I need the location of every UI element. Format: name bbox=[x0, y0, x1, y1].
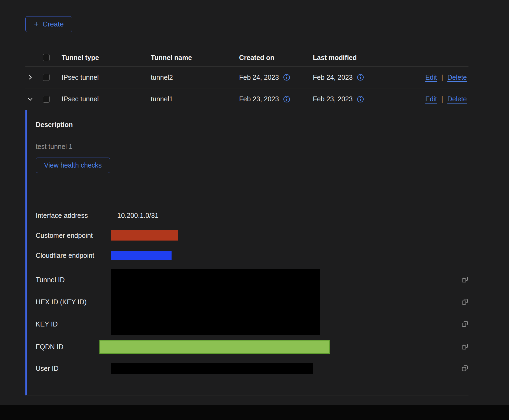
cell-created-on: Feb 24, 2023 bbox=[239, 74, 313, 81]
copy-icon bbox=[461, 276, 468, 283]
chevron-right-icon bbox=[27, 74, 34, 81]
customer-endpoint-label: Customer endpoint bbox=[36, 232, 111, 239]
user-id-label: User ID bbox=[36, 365, 111, 372]
field-group-ids: Tunnel ID HEX ID (KEY ID) KEY ID bbox=[36, 269, 468, 335]
hex-id-label: HEX ID (KEY ID) bbox=[36, 298, 111, 306]
section-divider bbox=[36, 191, 461, 191]
bottom-bar bbox=[0, 405, 509, 420]
field-row-user-id: User ID bbox=[36, 358, 468, 378]
cloudflare-endpoint-redacted-value bbox=[111, 251, 172, 260]
info-icon[interactable] bbox=[283, 96, 290, 103]
cell-tunnel-name: tunnel2 bbox=[151, 74, 239, 81]
table-row: IPsec tunnel tunnel2 Feb 24, 2023 Feb 24… bbox=[25, 67, 468, 88]
copy-key-id-button[interactable] bbox=[452, 321, 468, 328]
row-actions: Edit | Delete bbox=[402, 95, 468, 103]
interface-address-label: Interface address bbox=[36, 212, 111, 219]
row-checkbox[interactable] bbox=[43, 74, 50, 81]
copy-user-id-button[interactable] bbox=[452, 365, 468, 372]
copy-icon bbox=[461, 321, 468, 328]
copy-hex-id-button[interactable] bbox=[452, 298, 468, 305]
delete-link[interactable]: Delete bbox=[447, 95, 467, 103]
chevron-down-icon bbox=[27, 96, 34, 102]
created-on-value: Feb 24, 2023 bbox=[239, 74, 279, 81]
last-modified-value: Feb 23, 2023 bbox=[313, 95, 353, 103]
user-id-redacted-value bbox=[111, 363, 313, 374]
copy-fqdn-id-button[interactable] bbox=[452, 343, 468, 350]
row-checkbox[interactable] bbox=[43, 96, 50, 103]
created-on-value: Feb 23, 2023 bbox=[239, 95, 279, 103]
interface-address-value: 10.200.1.0/31 bbox=[111, 212, 452, 219]
expand-row-button[interactable] bbox=[25, 74, 39, 81]
table-row: IPsec tunnel tunnel1 Feb 23, 2023 Feb 23… bbox=[25, 88, 468, 110]
collapse-row-button[interactable] bbox=[25, 96, 39, 102]
row-actions: Edit | Delete bbox=[402, 74, 468, 81]
edit-link[interactable]: Edit bbox=[425, 74, 437, 81]
edit-link[interactable]: Edit bbox=[425, 95, 437, 103]
copy-icon bbox=[461, 365, 468, 372]
info-icon[interactable] bbox=[357, 74, 364, 81]
field-row-fqdn-id: FQDN ID bbox=[36, 335, 468, 358]
field-row-customer-endpoint: Customer endpoint bbox=[36, 225, 468, 245]
cell-tunnel-type: IPsec tunnel bbox=[62, 95, 151, 103]
detail-fields: Interface address 10.200.1.0/31 Customer… bbox=[36, 205, 468, 378]
field-row-cloudflare-endpoint: Cloudflare endpoint bbox=[36, 245, 468, 265]
column-header-last-modified: Last modified bbox=[313, 54, 402, 62]
copy-icon bbox=[461, 298, 468, 305]
description-label: Description bbox=[36, 121, 468, 129]
cell-tunnel-name: tunnel1 bbox=[151, 95, 239, 103]
actions-separator: | bbox=[441, 95, 443, 103]
tunnels-page: + Create Tunnel type Tunnel name Created… bbox=[0, 0, 509, 395]
cell-last-modified: Feb 23, 2023 bbox=[313, 95, 402, 103]
plus-icon: + bbox=[34, 21, 39, 28]
key-id-label: KEY ID bbox=[36, 320, 111, 328]
select-all-checkbox[interactable] bbox=[43, 54, 50, 61]
cloudflare-endpoint-label: Cloudflare endpoint bbox=[36, 252, 111, 259]
view-health-checks-button[interactable]: View health checks bbox=[36, 158, 110, 173]
customer-endpoint-redacted-value bbox=[111, 230, 178, 241]
field-row-interface-address: Interface address 10.200.1.0/31 bbox=[36, 205, 468, 225]
create-button-label: Create bbox=[43, 20, 64, 28]
column-header-tunnel-name: Tunnel name bbox=[151, 54, 239, 62]
cell-tunnel-type: IPsec tunnel bbox=[62, 74, 151, 81]
table-header-row: Tunnel type Tunnel name Created on Last … bbox=[25, 49, 468, 67]
cell-last-modified: Feb 24, 2023 bbox=[313, 74, 402, 81]
column-header-tunnel-type: Tunnel type bbox=[62, 54, 151, 62]
column-header-created-on: Created on bbox=[239, 54, 313, 62]
last-modified-value: Feb 24, 2023 bbox=[313, 74, 353, 81]
actions-separator: | bbox=[441, 74, 443, 81]
create-button[interactable]: + Create bbox=[25, 16, 72, 32]
cell-created-on: Feb 23, 2023 bbox=[239, 95, 313, 103]
tunnel-id-label: Tunnel ID bbox=[36, 276, 111, 284]
info-icon[interactable] bbox=[357, 96, 364, 103]
info-icon[interactable] bbox=[283, 74, 290, 81]
copy-tunnel-id-button[interactable] bbox=[452, 276, 468, 283]
tunnels-table: Tunnel type Tunnel name Created on Last … bbox=[25, 49, 468, 396]
delete-link[interactable]: Delete bbox=[447, 74, 467, 81]
fqdn-id-redacted-value bbox=[99, 340, 330, 354]
ids-redacted-value bbox=[111, 269, 320, 335]
copy-icon bbox=[461, 343, 468, 350]
description-value: test tunnel 1 bbox=[36, 143, 468, 151]
tunnel-detail-panel: Description test tunnel 1 View health ch… bbox=[25, 110, 468, 396]
